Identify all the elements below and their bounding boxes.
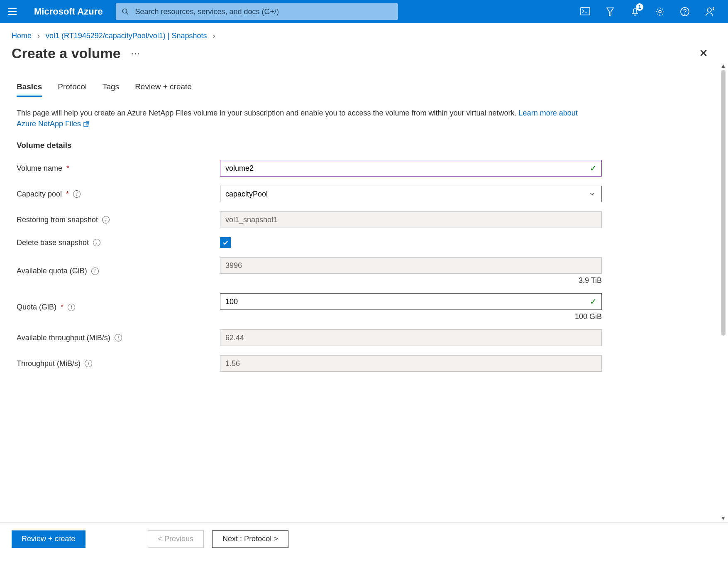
- info-icon[interactable]: i: [73, 190, 81, 198]
- tab-review[interactable]: Review + create: [135, 82, 192, 97]
- field-restoring-snapshot: Restoring from snapshot i: [17, 211, 711, 228]
- delete-base-checkbox[interactable]: [220, 237, 231, 248]
- available-throughput-input: [220, 329, 602, 346]
- breadcrumb-home[interactable]: Home: [12, 32, 32, 40]
- throughput-input: [220, 355, 602, 372]
- svg-line-9: [86, 122, 89, 125]
- tab-protocol[interactable]: Protocol: [58, 82, 87, 97]
- info-icon[interactable]: i: [115, 334, 122, 341]
- available-quota-input: [220, 257, 602, 274]
- svg-line-1: [127, 12, 129, 15]
- settings-gear-icon[interactable]: [654, 6, 666, 17]
- azure-header: Microsoft Azure 1: [0, 0, 728, 23]
- close-blade-icon[interactable]: ✕: [699, 47, 716, 60]
- available-quota-helper: 3.9 TiB: [220, 276, 602, 285]
- info-icon[interactable]: i: [91, 268, 99, 275]
- scroll-thumb[interactable]: [721, 70, 726, 336]
- wizard-tabs: Basics Protocol Tags Review + create: [17, 82, 711, 97]
- svg-point-0: [123, 9, 127, 13]
- quota-input[interactable]: [220, 293, 602, 310]
- global-search[interactable]: [116, 3, 398, 20]
- chevron-down-icon: [589, 190, 596, 198]
- header-actions: 1: [579, 6, 716, 17]
- page-description: This page will help you create an Azure …: [17, 108, 598, 129]
- search-input[interactable]: [135, 7, 392, 16]
- chevron-right-icon: ›: [37, 32, 40, 40]
- quota-helper: 100 GiB: [220, 312, 602, 321]
- field-throughput: Throughput (MiB/s) i: [17, 355, 711, 372]
- info-icon[interactable]: i: [93, 239, 100, 246]
- more-actions-icon[interactable]: ⋯: [131, 48, 141, 59]
- svg-point-4: [659, 10, 661, 13]
- directory-filter-icon[interactable]: [604, 6, 616, 17]
- help-icon[interactable]: [679, 6, 691, 17]
- required-indicator: *: [61, 303, 64, 312]
- form-panel: Basics Protocol Tags Review + create Thi…: [0, 61, 728, 522]
- required-indicator: *: [66, 190, 69, 199]
- hamburger-menu-icon[interactable]: [8, 7, 18, 17]
- wizard-footer: Review + create < Previous Next : Protoc…: [0, 522, 728, 555]
- section-volume-details: Volume details: [17, 141, 711, 150]
- scroll-up-icon[interactable]: ▲: [721, 62, 726, 69]
- breadcrumb-path[interactable]: vol1 (RT1945292/capacityPool/vol1) | Sna…: [46, 32, 207, 40]
- chevron-right-icon: ›: [213, 32, 215, 40]
- valid-check-icon: ✓: [590, 297, 597, 307]
- tab-basics[interactable]: Basics: [17, 82, 42, 97]
- valid-check-icon: ✓: [590, 163, 597, 173]
- notifications-icon[interactable]: 1: [629, 6, 641, 17]
- svg-point-7: [707, 8, 711, 12]
- cloud-shell-icon[interactable]: [579, 6, 591, 17]
- tab-tags[interactable]: Tags: [103, 82, 119, 97]
- brand-label[interactable]: Microsoft Azure: [34, 6, 103, 17]
- field-available-quota: Available quota (GiB) i 3.9 TiB: [17, 257, 711, 285]
- next-protocol-button[interactable]: Next : Protocol >: [212, 530, 288, 548]
- svg-point-6: [684, 14, 685, 14]
- info-icon[interactable]: i: [68, 304, 75, 311]
- info-icon[interactable]: i: [102, 216, 110, 223]
- scrollbar[interactable]: ▲ ▼: [718, 61, 728, 522]
- search-icon: [122, 8, 129, 15]
- svg-rect-2: [581, 7, 590, 15]
- info-icon[interactable]: i: [85, 360, 92, 367]
- notification-badge: 1: [636, 3, 643, 11]
- scroll-down-icon[interactable]: ▼: [721, 515, 726, 521]
- breadcrumb: Home › vol1 (RT1945292/capacityPool/vol1…: [0, 23, 728, 40]
- field-delete-base-snapshot: Delete base snapshot i: [17, 237, 711, 248]
- feedback-icon[interactable]: [704, 6, 716, 17]
- field-volume-name: Volume name * ✓: [17, 160, 711, 177]
- restoring-snapshot-input: [220, 211, 602, 228]
- field-available-throughput: Available throughput (MiB/s) i: [17, 329, 711, 346]
- page-title: Create a volume: [12, 45, 121, 61]
- previous-button: < Previous: [148, 530, 204, 548]
- field-quota: Quota (GiB) * i ✓ 100 GiB: [17, 293, 711, 321]
- capacity-pool-select[interactable]: [220, 186, 602, 202]
- required-indicator: *: [66, 164, 69, 173]
- review-create-button[interactable]: Review + create: [12, 530, 86, 548]
- title-row: Create a volume ⋯ ✕: [0, 40, 728, 61]
- field-capacity-pool: Capacity pool * i: [17, 186, 711, 202]
- volume-name-input[interactable]: [220, 160, 602, 177]
